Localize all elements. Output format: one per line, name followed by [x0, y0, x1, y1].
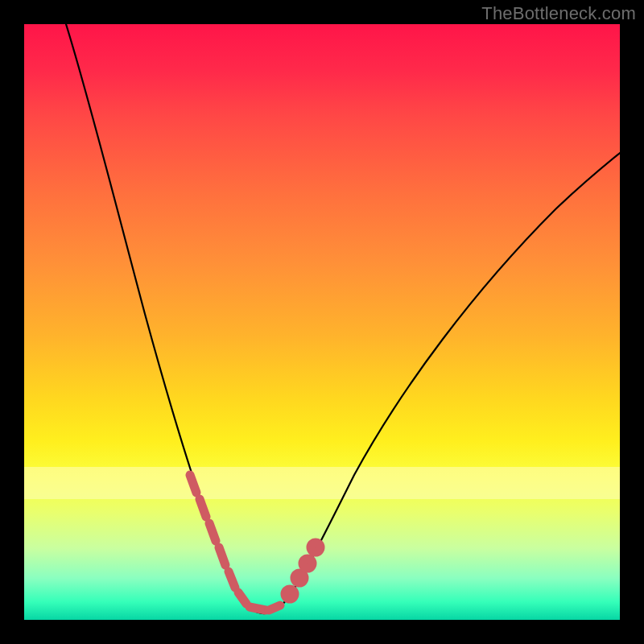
svg-point-8 [285, 589, 295, 599]
bottleneck-curve [66, 24, 620, 613]
watermark-text: TheBottleneck.com [481, 3, 636, 24]
svg-point-11 [311, 543, 320, 552]
svg-line-5 [238, 592, 246, 604]
svg-line-2 [209, 523, 216, 541]
chart-stage: TheBottleneck.com [0, 0, 644, 644]
svg-line-3 [219, 547, 225, 565]
svg-line-6 [250, 607, 266, 610]
svg-point-9 [295, 573, 304, 583]
svg-line-7 [269, 605, 280, 610]
svg-line-0 [190, 475, 196, 493]
chart-svg [24, 24, 620, 620]
marker-group [190, 475, 320, 610]
svg-line-4 [229, 572, 235, 588]
svg-line-1 [200, 499, 206, 517]
svg-point-10 [303, 559, 312, 568]
